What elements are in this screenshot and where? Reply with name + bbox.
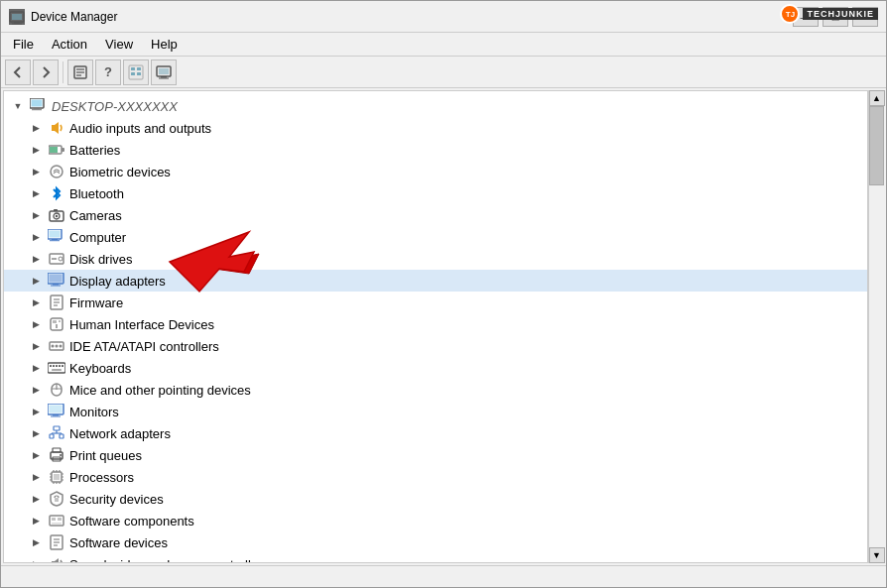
menu-help[interactable]: Help xyxy=(143,35,186,54)
tree-item-hid[interactable]: ▶ Human Interface Devices xyxy=(4,313,867,335)
tree-item-audio[interactable]: ▶ Audio inputs and outputs xyxy=(4,117,867,139)
scrollbar-down-arrow[interactable]: ▼ xyxy=(869,547,885,563)
tree-item-mice[interactable]: ▶ Mice and other pointing devices xyxy=(4,379,867,401)
tree-item-computer[interactable]: ▶ Computer xyxy=(4,226,867,248)
tree-item-print[interactable]: ▶ Print queues xyxy=(4,444,867,466)
firmware-expand-icon[interactable]: ▶ xyxy=(28,294,44,310)
audio-label: Audio inputs and outputs xyxy=(69,121,211,136)
svg-rect-2 xyxy=(14,22,20,24)
svg-rect-8 xyxy=(129,65,143,79)
print-expand-icon[interactable]: ▶ xyxy=(28,447,44,463)
tree-item-processors[interactable]: ▶ xyxy=(4,466,867,488)
disk-expand-icon[interactable]: ▶ xyxy=(28,251,44,267)
biometric-icon xyxy=(48,163,65,180)
tree-item-display[interactable]: ▶ Display adapters xyxy=(4,270,867,292)
tree-item-security[interactable]: ▶ Security devices xyxy=(4,488,867,510)
tree-root[interactable]: ▼ DESKTOP-XXXXXXX xyxy=(4,95,867,117)
sound-label: Sound, video and game controllers xyxy=(69,557,269,564)
tree-item-keyboards[interactable]: ▶ Keyboards xyxy=(4,357,867,379)
svg-marker-21 xyxy=(52,122,59,134)
cameras-label: Cameras xyxy=(69,208,122,223)
tree-item-monitors[interactable]: ▶ Monitors xyxy=(4,401,867,422)
svg-rect-32 xyxy=(52,239,58,240)
device-tree[interactable]: ▼ DESKTOP-XXXXXXX ▶ xyxy=(3,90,868,563)
properties-button[interactable] xyxy=(67,59,93,85)
svg-rect-92 xyxy=(55,498,59,502)
svg-point-52 xyxy=(60,345,63,348)
softwarecomp-expand-icon[interactable]: ▶ xyxy=(28,513,44,529)
menu-view[interactable]: View xyxy=(97,35,141,54)
svg-point-50 xyxy=(52,345,55,348)
svg-rect-1 xyxy=(12,14,22,20)
batteries-expand-icon[interactable]: ▶ xyxy=(28,142,44,158)
svg-rect-68 xyxy=(50,434,54,438)
svg-rect-10 xyxy=(137,67,141,70)
scrollbar-up-arrow[interactable]: ▲ xyxy=(869,90,885,106)
menu-action[interactable]: Action xyxy=(44,35,95,54)
tree-item-firmware[interactable]: ▶ Firmware xyxy=(4,292,867,313)
scrollbar-thumb[interactable] xyxy=(869,106,884,185)
tree-item-biometric[interactable]: ▶ Biometric devices xyxy=(4,161,867,182)
softwaredev-expand-icon[interactable]: ▶ xyxy=(28,534,44,550)
svg-rect-23 xyxy=(50,147,58,153)
print-label: Print queues xyxy=(69,448,142,463)
biometric-label: Biometric devices xyxy=(69,165,171,179)
svg-rect-66 xyxy=(51,416,61,417)
svg-rect-59 xyxy=(52,369,62,371)
forward-button[interactable] xyxy=(33,59,59,85)
svg-rect-54 xyxy=(50,365,52,367)
tree-item-bluetooth[interactable]: ▶ Bluetooth xyxy=(4,182,867,204)
scrollbar[interactable]: ▲ ▼ xyxy=(868,90,884,563)
tree-item-disk[interactable]: ▶ Disk drives xyxy=(4,248,867,270)
svg-rect-57 xyxy=(59,365,61,367)
show-device-button[interactable] xyxy=(151,59,177,85)
ide-expand-icon[interactable]: ▶ xyxy=(28,338,44,354)
tree-item-sound[interactable]: ▶ Sound, video and game controllers xyxy=(4,553,867,563)
back-button[interactable] xyxy=(5,59,31,85)
computer-expand-icon[interactable]: ▶ xyxy=(28,229,44,245)
svg-rect-11 xyxy=(131,72,135,75)
svg-point-28 xyxy=(56,215,58,217)
sound-expand-icon[interactable]: ▶ xyxy=(28,556,44,563)
biometric-expand-icon[interactable]: ▶ xyxy=(28,164,44,179)
tree-item-ide[interactable]: ▶ IDE ATA/ATAPI controllers xyxy=(4,335,867,357)
audio-expand-icon[interactable]: ▶ xyxy=(28,120,44,136)
update-driver-button[interactable] xyxy=(123,59,149,85)
hid-label: Human Interface Devices xyxy=(69,317,214,332)
network-icon xyxy=(48,424,65,442)
security-icon xyxy=(48,490,65,508)
status-bar xyxy=(1,565,886,587)
scrollbar-track[interactable] xyxy=(869,106,884,547)
device-manager-window: Device Manager TJ TECHJUNKIE — □ ✕ File … xyxy=(0,0,887,588)
mice-expand-icon[interactable]: ▶ xyxy=(28,382,44,398)
network-label: Network adapters xyxy=(69,426,171,441)
content-area: ▼ DESKTOP-XXXXXXX ▶ xyxy=(1,88,886,565)
tree-item-network[interactable]: ▶ Network adapters xyxy=(4,422,867,444)
hid-expand-icon[interactable]: ▶ xyxy=(28,316,44,332)
toolbar: ? xyxy=(1,57,886,88)
keyboards-label: Keyboards xyxy=(69,361,131,376)
computer-icon xyxy=(30,97,48,115)
svg-marker-101 xyxy=(52,558,59,563)
cameras-expand-icon[interactable]: ▶ xyxy=(28,207,44,223)
svg-rect-33 xyxy=(50,240,60,241)
processors-expand-icon[interactable]: ▶ xyxy=(28,469,44,485)
bluetooth-expand-icon[interactable]: ▶ xyxy=(28,185,44,201)
tree-item-softwaredev[interactable]: ▶ Software devices xyxy=(4,531,867,553)
svg-rect-96 xyxy=(52,523,62,525)
hid-icon xyxy=(48,315,65,333)
tree-item-batteries[interactable]: ▶ Batteries xyxy=(4,139,867,161)
tree-item-cameras[interactable]: ▶ Cameras xyxy=(4,204,867,226)
svg-rect-15 xyxy=(161,76,167,78)
help-button[interactable]: ? xyxy=(95,59,121,85)
root-expand-icon[interactable]: ▼ xyxy=(10,98,26,114)
network-expand-icon[interactable]: ▶ xyxy=(28,425,44,441)
tree-item-softwarecomp[interactable]: ▶ Software components xyxy=(4,510,867,531)
title-bar: Device Manager TJ TECHJUNKIE — □ ✕ xyxy=(1,1,886,33)
keyboards-expand-icon[interactable]: ▶ xyxy=(28,360,44,376)
security-expand-icon[interactable]: ▶ xyxy=(28,491,44,507)
display-expand-icon[interactable]: ▶ xyxy=(28,273,44,289)
svg-rect-29 xyxy=(54,209,58,211)
monitors-expand-icon[interactable]: ▶ xyxy=(28,404,44,419)
menu-file[interactable]: File xyxy=(5,35,42,54)
